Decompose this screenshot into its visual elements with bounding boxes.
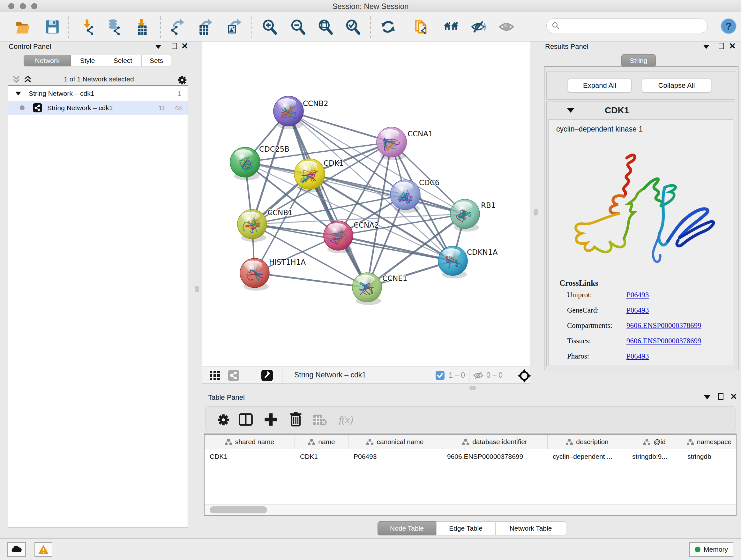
table-cell[interactable]: stringdb:9...	[627, 449, 682, 464]
column-header-shared-name[interactable]: shared name	[205, 435, 295, 449]
add-column-icon[interactable]	[263, 411, 279, 428]
export-network-icon[interactable]	[168, 17, 188, 37]
detach-view-icon[interactable]	[261, 369, 273, 381]
table-cell[interactable]: P06493	[348, 449, 442, 464]
control-panel-collapse-icon[interactable]	[155, 45, 161, 49]
right-splitter-handle[interactable]	[534, 209, 538, 215]
tab-style[interactable]: Style	[71, 55, 104, 66]
network-label: String Network – cdk1	[47, 104, 158, 112]
table-panel-float-icon[interactable]	[718, 393, 724, 400]
collapse-all-button[interactable]: Collapse All	[642, 78, 711, 92]
table-cell[interactable]: stringdb	[682, 449, 736, 464]
birds-eye-view-icon[interactable]	[518, 369, 531, 382]
tab-sets[interactable]: Sets	[142, 55, 171, 66]
open-session-icon[interactable]	[13, 17, 33, 37]
results-panel-collapse-icon[interactable]	[703, 45, 710, 49]
refresh-icon[interactable]	[378, 17, 398, 37]
table-cell[interactable]: cyclin–dependent ...	[548, 449, 627, 464]
search-box[interactable]	[546, 18, 708, 33]
warning-button[interactable]	[35, 542, 52, 557]
column-header-namespace[interactable]: namespace	[682, 435, 736, 449]
table-cell[interactable]: 9606.ENSP00000378699	[442, 449, 548, 464]
column-header-name[interactable]: name	[295, 435, 348, 449]
table-cell[interactable]: CDK1	[205, 449, 295, 464]
network-row[interactable]: String Network – cdk1 11 48	[8, 101, 188, 115]
column-header-label: @id	[654, 438, 666, 446]
network-options-gear-icon[interactable]	[176, 73, 189, 87]
search-input[interactable]	[560, 22, 697, 30]
column-header-description[interactable]: description	[548, 435, 627, 449]
node-label-CDKN1A: CDKN1A	[467, 248, 498, 256]
clone-network-icon[interactable]	[412, 17, 432, 37]
grid-view-icon[interactable]	[209, 370, 220, 381]
cloud-button[interactable]	[7, 542, 26, 557]
zoom-selected-icon[interactable]	[343, 17, 363, 37]
expand-all-button[interactable]: Expand All	[568, 78, 631, 92]
import-network-file-icon[interactable]	[79, 17, 99, 37]
tab-node-table[interactable]: Node Table	[378, 521, 436, 536]
function-builder-icon: f(x)	[336, 411, 353, 428]
table-scroll-thumb[interactable]	[210, 506, 267, 513]
table-tabs: Node TableEdge TableNetwork Table	[378, 521, 566, 536]
cloud-icon	[11, 545, 22, 554]
gene-details: cyclin–dependent kinase 1 CrossLinks Uni…	[548, 119, 733, 365]
table-cell[interactable]: CDK1	[295, 449, 348, 464]
table-h-scrollbar[interactable]	[205, 504, 736, 515]
network-collection-row[interactable]: String Network – cdk1 1	[8, 86, 188, 101]
show-columns-icon[interactable]	[238, 411, 254, 428]
expand-all-tree-icon[interactable]	[23, 74, 32, 84]
node-label-CCNA2: CCNA2	[354, 221, 379, 229]
tab-edge-table[interactable]: Edge Table	[436, 521, 495, 536]
results-panel-float-icon[interactable]	[719, 43, 724, 49]
export-image-icon[interactable]	[224, 17, 244, 37]
bottom-splitter-handle[interactable]	[469, 386, 476, 390]
zoom-out-icon[interactable]	[288, 17, 308, 37]
import-network-database-icon[interactable]	[105, 17, 125, 37]
hide-labels-eye-icon[interactable]	[468, 17, 489, 37]
crosslink-link[interactable]: P06493	[626, 291, 649, 299]
tab-string[interactable]: String	[621, 54, 656, 67]
control-panel-tabs: NetworkStyleSelectSets	[23, 55, 171, 66]
column-header-canonical-name[interactable]: canonical name	[348, 435, 442, 449]
node-label-CDC25B: CDC25B	[259, 145, 289, 153]
status-bar: Memory	[0, 538, 741, 560]
memory-button[interactable]: Memory	[689, 542, 733, 557]
crosslink-link[interactable]: 9606.ENSP00000378699	[626, 337, 701, 345]
edge-CCNB2-CCNA1	[288, 111, 392, 142]
graphics-details-eye-icon[interactable]	[496, 17, 517, 37]
selected-checkbox-icon[interactable]	[435, 371, 445, 380]
help-button[interactable]: ?	[720, 18, 737, 35]
delete-column-icon[interactable]	[287, 411, 304, 428]
tab-network-table[interactable]: Network Table	[495, 521, 566, 536]
gene-section-header[interactable]: CDK1	[547, 102, 735, 119]
import-table-icon[interactable]	[132, 17, 153, 37]
tab-network[interactable]: Network	[23, 55, 71, 66]
collapse-all-tree-icon[interactable]	[11, 74, 21, 84]
results-panel-close-icon[interactable]: ✕	[729, 43, 736, 49]
save-session-icon[interactable]	[42, 17, 63, 37]
control-panel-float-icon[interactable]	[172, 43, 177, 49]
zoom-fit-icon[interactable]	[315, 17, 336, 37]
crosslink-link[interactable]: 9606.ENSP00000378699	[626, 321, 701, 330]
network-canvas[interactable]: CCNB2CCNA1CDC25BCDK1CDC6RB1CCNB1CCNA2CDK…	[202, 42, 530, 367]
column-header--id[interactable]: @id	[627, 435, 682, 449]
left-splitter-handle[interactable]	[195, 286, 199, 292]
column-header-database-identifier[interactable]: database identifier	[442, 435, 548, 449]
crosslink-link[interactable]: P06493	[626, 306, 649, 314]
tab-select[interactable]: Select	[104, 55, 142, 66]
table-panel-collapse-icon[interactable]	[704, 395, 711, 399]
gene-collapse-icon[interactable]	[567, 108, 574, 113]
table-row[interactable]: CDK1CDK1P064939606.ENSP00000378699cyclin…	[205, 449, 736, 464]
export-table-icon[interactable]	[195, 17, 216, 37]
table-gear-icon[interactable]	[215, 411, 232, 428]
crosslink-link[interactable]: P06493	[626, 352, 649, 361]
warning-icon	[38, 545, 49, 554]
homes-icon[interactable]	[441, 17, 461, 37]
control-panel-close-icon[interactable]: ✕	[181, 43, 188, 49]
tree-expand-icon[interactable]	[15, 91, 21, 96]
table-panel-close-icon[interactable]: ✕	[730, 393, 737, 400]
node-label-CDK1: CDK1	[324, 159, 344, 167]
column-header-label: database identifier	[472, 438, 527, 446]
network-share-icon[interactable]	[228, 370, 239, 381]
zoom-in-icon[interactable]	[259, 17, 280, 37]
